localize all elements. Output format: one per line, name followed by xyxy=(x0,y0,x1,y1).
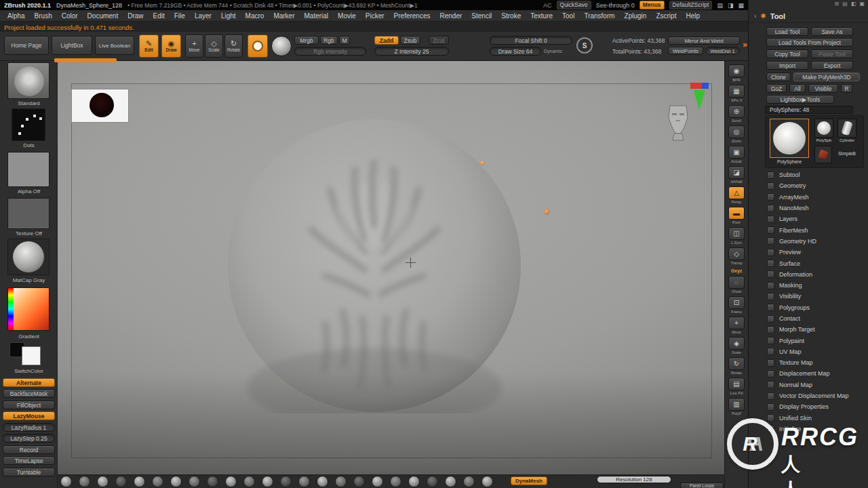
zadd-button[interactable]: Zadd xyxy=(374,36,399,45)
zoom-button[interactable]: ◎Zoom xyxy=(728,125,745,143)
tool-section-surface[interactable]: Surface xyxy=(749,258,868,268)
tray-thumbnail[interactable] xyxy=(463,476,475,487)
tool-section-texture-map[interactable]: Texture Map xyxy=(749,357,868,368)
tool-section-arraymesh[interactable]: ArrayMesh xyxy=(749,192,868,203)
backface-mask-button[interactable]: BackfaceMask xyxy=(3,389,55,398)
paste-tool-button[interactable]: Paste Tool xyxy=(811,49,853,58)
local-symmetry-button[interactable]: ◫L.Sym xyxy=(728,227,745,245)
tray-thumbnail[interactable] xyxy=(189,476,200,487)
menu-item-preferences[interactable]: Preferences xyxy=(389,12,435,20)
menu-item-picker[interactable]: Picker xyxy=(361,12,389,20)
layout-icon[interactable]: ▤ xyxy=(717,2,723,9)
tool-section-deformation[interactable]: Deformation xyxy=(749,269,868,280)
tool-section-layers[interactable]: Layers xyxy=(749,214,868,224)
tool-section-display-properties[interactable]: Display Properties xyxy=(749,401,868,412)
tray-thumbnail[interactable] xyxy=(79,476,90,487)
menu-item-help[interactable]: Help xyxy=(681,12,705,20)
copy-tool-button[interactable]: Copy Tool xyxy=(766,49,808,58)
tool-section-uv-map[interactable]: UV Map xyxy=(749,346,868,357)
lightbox-tools-button[interactable]: Lightbox▶Tools xyxy=(766,95,834,104)
dynamesh-button[interactable]: DynaMesh xyxy=(511,476,547,485)
tool-section-geometry-hd[interactable]: Geometry HD xyxy=(749,236,868,247)
quicksave-button[interactable]: QuickSave xyxy=(557,1,591,9)
perspective-button[interactable]: △Persp xyxy=(728,186,745,204)
frame-button[interactable]: ⊡Frame xyxy=(728,296,745,314)
actual-size-button[interactable]: ▣Actual xyxy=(728,146,745,163)
menu-item-color[interactable]: Color xyxy=(57,12,83,20)
tray-thumbnail[interactable] xyxy=(317,476,328,487)
menu-item-stroke[interactable]: Stroke xyxy=(496,12,526,20)
panel-top-icon-1[interactable]: ⊞ xyxy=(835,1,840,7)
axis-gizmo[interactable] xyxy=(690,81,710,113)
tray-thumbnail[interactable] xyxy=(335,476,347,487)
color-picker[interactable] xyxy=(7,287,50,331)
turntable-button[interactable]: Turntable xyxy=(3,468,55,476)
lazy-radius-slider[interactable]: LazyRadius 1 xyxy=(3,423,55,432)
panel-loops-button[interactable]: Panel Loops xyxy=(680,483,724,488)
rgb-intensity-slider[interactable]: Rgb Intensity xyxy=(294,47,366,56)
tool-section-polygroups[interactable]: Polygroups xyxy=(749,302,868,313)
dynamic-label[interactable]: Dynamic xyxy=(544,49,562,54)
load-tool-button[interactable]: Load Tool xyxy=(766,27,808,36)
tool-thumbnail-simpleb[interactable] xyxy=(814,146,832,163)
shelf-expand-icon[interactable]: » xyxy=(743,40,747,49)
tool-section-masking[interactable]: Masking xyxy=(749,280,868,291)
lazy-mouse-button[interactable]: LazyMouse xyxy=(3,411,55,420)
tray-thumbnail[interactable] xyxy=(60,476,72,487)
import-button[interactable]: Import xyxy=(766,61,808,70)
tray-thumbnail[interactable] xyxy=(115,476,127,487)
aahalf-button[interactable]: ◪AAHalf xyxy=(728,166,745,184)
panel-icon[interactable]: ◨ xyxy=(728,2,734,9)
tray-thumbnail[interactable] xyxy=(298,476,310,487)
lazy-step-slider[interactable]: LazyStep 0.25 xyxy=(3,434,55,443)
spix-button[interactable]: ▦SPix 3 xyxy=(728,85,745,102)
current-brush-button[interactable] xyxy=(248,35,268,58)
zsub-button[interactable]: Zsub xyxy=(400,36,420,45)
panel-top-icon-4[interactable]: ▣ xyxy=(859,1,865,7)
mirror-and-weld-button[interactable]: Mirror And Weld xyxy=(668,37,740,45)
tray-thumbnail[interactable] xyxy=(225,476,237,487)
menu-item-zscript[interactable]: Zscript xyxy=(651,12,681,20)
move-3d-button[interactable]: +Move xyxy=(728,317,745,334)
edit-button[interactable]: ✎ Edit xyxy=(139,35,159,58)
scroll-button[interactable]: ⊕Scroll xyxy=(728,105,745,123)
tool-section-morph-target[interactable]: Morph Target xyxy=(749,324,868,335)
time-lapse-button[interactable]: TimeLapse xyxy=(3,456,55,465)
gxyz-button[interactable]: Gxyz xyxy=(731,268,743,273)
menu-item-stencil[interactable]: Stencil xyxy=(467,12,496,20)
focal-shift-slider[interactable]: Focal Shift 0 xyxy=(490,36,572,45)
fill-object-button[interactable]: FillObject xyxy=(3,401,55,409)
load-tools-from-project-button[interactable]: Load Tools From Project xyxy=(766,38,853,47)
menu-item-tool[interactable]: Tool xyxy=(557,12,579,20)
tray-thumbnail[interactable] xyxy=(152,476,163,487)
menu-item-zplugin[interactable]: Zplugin xyxy=(620,12,652,20)
tool-section-nanomesh[interactable]: NanoMesh xyxy=(749,203,868,214)
menu-item-alpha[interactable]: Alpha xyxy=(3,12,30,20)
tool-thumbnail-cylinder[interactable] xyxy=(837,119,856,138)
menu-item-texture[interactable]: Texture xyxy=(526,12,557,20)
tool-section-displacement-map[interactable]: Displacement Map xyxy=(749,368,868,379)
goz-button[interactable]: GoZ xyxy=(766,84,787,93)
panel-top-icon-2[interactable]: ▤ xyxy=(842,1,848,7)
see-through-slider[interactable]: See-through 0 xyxy=(596,2,635,9)
menu-item-brush[interactable]: Brush xyxy=(30,12,57,20)
z-intensity-slider[interactable]: Z Intensity 25 xyxy=(374,47,449,56)
tool-section-normal-map[interactable]: Normal Map xyxy=(749,380,868,390)
menu-item-transform[interactable]: Transform xyxy=(579,12,619,20)
tray-thumbnail[interactable] xyxy=(408,476,420,487)
goz-r-button[interactable]: R xyxy=(841,84,852,93)
export-button[interactable]: Export xyxy=(811,61,853,70)
transparency-button[interactable]: ◇Transp xyxy=(728,247,745,265)
floor-grid-button[interactable]: ▬Floor xyxy=(728,207,745,224)
alpha-thumbnail[interactable] xyxy=(7,152,50,187)
texture-thumbnail[interactable] xyxy=(7,198,50,229)
tray-thumbnail[interactable] xyxy=(170,476,182,487)
rotate-button[interactable]: ↻ Rotate xyxy=(224,35,243,58)
tray-thumbnail[interactable] xyxy=(353,476,365,487)
ghost-button[interactable]: ◌Ghost xyxy=(728,276,745,293)
hue-strip[interactable] xyxy=(8,288,14,330)
tool-section-visibility[interactable]: Visibility xyxy=(749,291,868,302)
tray-thumbnail[interactable] xyxy=(372,476,383,487)
scale-3d-button[interactable]: ◈Scale xyxy=(728,337,745,354)
menu-item-document[interactable]: Document xyxy=(83,12,123,20)
